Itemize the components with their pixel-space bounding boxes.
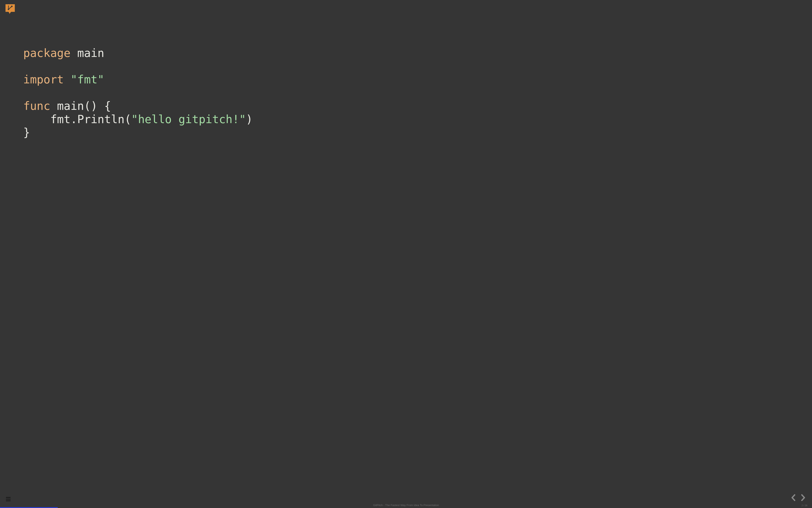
code-token: package <box>23 47 71 59</box>
code-token: ) <box>246 113 253 126</box>
code-token: main <box>57 99 84 112</box>
code-token: import <box>23 73 64 86</box>
code-token: main <box>77 47 104 59</box>
code-token: fmt.Println( <box>23 113 131 126</box>
code-token: () { <box>84 99 111 112</box>
code-token <box>71 47 77 59</box>
next-slide-button[interactable] <box>800 494 806 501</box>
code-token: func <box>23 99 50 112</box>
code-block: package main import "fmt" func main() { … <box>23 47 253 139</box>
code-token <box>64 73 71 86</box>
code-token: "fmt" <box>71 73 104 86</box>
code-token: } <box>23 126 30 139</box>
slide: package main import "fmt" func main() { … <box>0 0 812 508</box>
prev-slide-button[interactable] <box>791 494 796 501</box>
progress-bar <box>0 507 58 508</box>
footer-tagline: GitPitch - The Fastest Way From Idea To … <box>373 504 439 507</box>
menu-button[interactable] <box>6 496 10 502</box>
code-token: "hello gitpitch!" <box>131 113 246 126</box>
code-token <box>50 99 57 112</box>
nav-arrows <box>791 494 806 501</box>
page-counter: 2 / 28 <box>802 504 807 507</box>
gitpitch-logo-icon <box>5 3 16 14</box>
